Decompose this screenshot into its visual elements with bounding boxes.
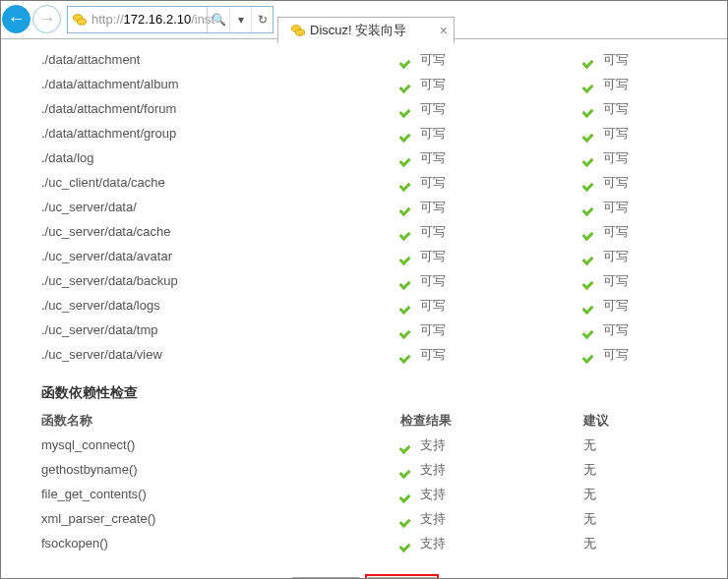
perm-status: 可写	[400, 72, 583, 96]
tab-favicon-icon	[290, 23, 306, 38]
check-icon	[400, 349, 414, 361]
table-row: gethostbyname()支持无	[10, 457, 718, 482]
func-header-name: 函数名称	[10, 408, 400, 433]
func-result: 支持	[400, 457, 583, 482]
func-result: 支持	[400, 506, 583, 531]
perm-suggest: 可写	[583, 244, 718, 268]
table-row: file_get_contents()支持无	[10, 482, 718, 506]
permission-table: ./data/attachment可写可写./data/attachment/a…	[10, 47, 718, 367]
perm-path: ./uc_server/data/view	[10, 342, 400, 367]
func-name: fsockopen()	[10, 531, 400, 555]
check-icon	[583, 324, 597, 336]
func-header-result: 检查结果	[400, 408, 583, 433]
perm-status: 可写	[400, 342, 583, 367]
table-row: ./uc_client/data/cache可写可写	[10, 170, 718, 195]
func-suggest: 无	[583, 506, 718, 531]
check-icon	[583, 152, 597, 164]
check-icon	[400, 103, 414, 115]
search-icon[interactable]: 🔍	[208, 7, 229, 32]
check-icon	[400, 538, 414, 550]
table-row: fsockopen()支持无	[10, 531, 718, 555]
check-icon	[400, 226, 414, 238]
check-icon	[400, 300, 414, 312]
perm-path: ./uc_client/data/cache	[10, 170, 400, 195]
check-icon	[400, 464, 414, 476]
arrow-left-icon: ←	[8, 9, 26, 29]
func-suggest: 无	[583, 482, 718, 506]
check-icon	[400, 152, 414, 164]
check-icon	[583, 300, 597, 312]
nav-forward-button[interactable]: →	[32, 5, 61, 33]
check-icon	[583, 79, 597, 90]
func-header-suggest: 建议	[583, 408, 718, 433]
perm-path: ./uc_server/data/cache	[10, 219, 400, 244]
check-icon	[400, 324, 414, 336]
check-icon	[400, 513, 414, 525]
perm-status: 可写	[400, 170, 583, 195]
table-row: ./data/log可写可写	[10, 145, 718, 170]
perm-suggest: 可写	[583, 170, 718, 195]
perm-suggest: 可写	[583, 219, 718, 244]
table-row: ./data/attachment/forum可写可写	[10, 96, 718, 121]
perm-suggest: 可写	[583, 72, 718, 96]
func-suggest: 无	[583, 433, 718, 457]
func-suggest: 无	[583, 531, 718, 555]
perm-path: ./uc_server/data/tmp	[10, 318, 400, 342]
func-name: xml_parser_create()	[10, 506, 400, 531]
perm-path: ./uc_server/data/logs	[10, 293, 400, 318]
check-icon	[583, 103, 597, 115]
tab-title: Discuz! 安装向导	[310, 22, 406, 39]
perm-status: 可写	[400, 268, 583, 293]
perm-status: 可写	[400, 293, 583, 318]
perm-suggest: 可写	[583, 47, 718, 72]
func-suggest: 无	[583, 457, 718, 482]
refresh-icon[interactable]: ↻	[251, 7, 273, 32]
perm-path: ./data/log	[10, 145, 400, 170]
check-icon	[400, 128, 414, 140]
table-row: ./uc_server/data/view可写可写	[10, 342, 718, 367]
table-row: ./uc_server/data/tmp可写可写	[10, 318, 718, 342]
func-result: 支持	[400, 482, 583, 506]
perm-suggest: 可写	[583, 342, 718, 367]
perm-status: 可写	[400, 244, 583, 268]
perm-status: 可写	[400, 195, 583, 219]
browser-chrome: ← → http://172.16.2.10/inst 🔍 ▾ ↻	[0, 0, 728, 39]
perm-path: ./data/attachment/forum	[10, 96, 400, 121]
func-header-row: 函数名称检查结果建议	[10, 408, 718, 433]
check-icon	[583, 251, 597, 262]
perm-path: ./data/attachment/group	[10, 121, 400, 145]
func-result: 支持	[400, 531, 583, 555]
perm-suggest: 可写	[583, 318, 718, 342]
table-row: ./uc_server/data/logs可写可写	[10, 293, 718, 318]
perm-status: 可写	[400, 47, 583, 72]
url-dropdown-icon[interactable]: ▾	[229, 7, 251, 32]
func-section-title: 函数依赖性检查	[10, 367, 718, 408]
perm-suggest: 可写	[583, 293, 718, 318]
check-icon	[400, 54, 414, 66]
table-row: ./data/attachment/group可写可写	[10, 121, 718, 145]
table-row: ./uc_server/data/avatar可写可写	[10, 244, 718, 268]
address-bar[interactable]: http://172.16.2.10/inst 🔍 ▾ ↻	[67, 6, 273, 33]
perm-suggest: 可写	[583, 96, 718, 121]
url-text: http://172.16.2.10/inst	[91, 12, 214, 27]
site-favicon-icon	[72, 12, 88, 28]
check-icon	[583, 128, 597, 140]
check-icon	[400, 251, 414, 262]
check-icon	[400, 439, 414, 451]
tab-bar: Discuz! 安装向导 ×	[277, 0, 455, 38]
perm-status: 可写	[400, 96, 583, 121]
func-name: file_get_contents()	[10, 482, 400, 506]
tab-close-button[interactable]: ×	[440, 23, 448, 38]
check-icon	[400, 489, 414, 500]
check-icon	[583, 349, 597, 361]
check-icon	[400, 177, 414, 189]
check-icon	[583, 54, 597, 66]
nav-back-button[interactable]: ←	[2, 5, 30, 33]
func-result: 支持	[400, 433, 583, 457]
table-row: ./data/attachment可写可写	[10, 47, 718, 72]
svg-point-1	[78, 18, 87, 24]
check-icon	[400, 275, 414, 287]
perm-status: 可写	[400, 121, 583, 145]
func-name: gethostbyname()	[10, 457, 400, 482]
perm-status: 可写	[400, 219, 583, 244]
